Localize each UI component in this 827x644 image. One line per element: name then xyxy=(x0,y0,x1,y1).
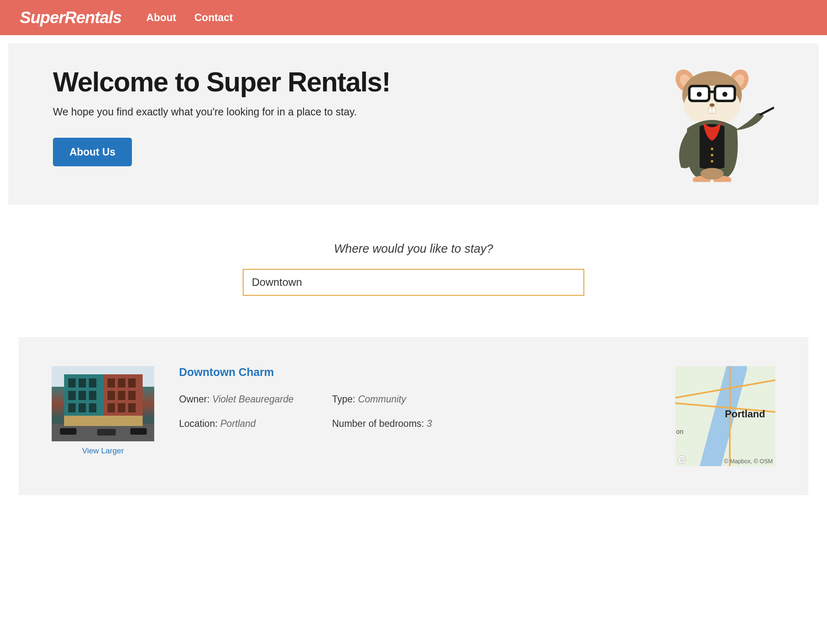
navbar: SuperRentals About Contact xyxy=(0,0,827,35)
svg-rect-33 xyxy=(89,403,96,412)
mascot-icon xyxy=(658,66,774,182)
search-input[interactable] xyxy=(243,269,584,296)
svg-rect-42 xyxy=(128,403,136,412)
detail-owner: Owner: Violet Beauregarde xyxy=(179,394,332,405)
listing-map[interactable]: Portland on ⓘ © Mapbox, © OSM xyxy=(675,366,775,466)
svg-rect-26 xyxy=(79,378,86,388)
listing-title[interactable]: Downtown Charm xyxy=(179,366,650,379)
svg-point-10 xyxy=(722,92,727,97)
svg-rect-45 xyxy=(97,429,116,436)
svg-line-17 xyxy=(760,108,774,115)
bedrooms-value: 3 xyxy=(427,418,432,429)
map-attribution: © Mapbox, © OSM xyxy=(724,458,773,464)
svg-rect-37 xyxy=(108,391,115,400)
svg-rect-40 xyxy=(108,403,115,412)
type-label: Type: xyxy=(332,394,355,405)
listing-card: View Larger Downtown Charm Owner: Violet… xyxy=(19,337,808,495)
svg-point-20 xyxy=(700,168,724,180)
view-larger-link[interactable]: View Larger xyxy=(82,446,124,455)
svg-point-11 xyxy=(710,103,715,107)
svg-rect-36 xyxy=(128,378,136,388)
type-value: Community xyxy=(358,394,406,405)
svg-rect-30 xyxy=(89,391,96,400)
owner-label: Owner: xyxy=(179,394,210,405)
jumbo-content: Welcome to Super Rentals! We hope you fi… xyxy=(53,66,390,166)
svg-rect-28 xyxy=(68,391,76,400)
svg-point-9 xyxy=(697,92,702,97)
nav-links: About Contact xyxy=(146,12,233,24)
listing-details: Downtown Charm Owner: Violet Beauregarde… xyxy=(179,366,650,429)
svg-rect-25 xyxy=(68,378,76,388)
detail-bedrooms: Number of bedrooms: 3 xyxy=(332,418,650,429)
svg-rect-27 xyxy=(89,378,96,388)
svg-rect-13 xyxy=(712,108,715,113)
about-us-button[interactable]: About Us xyxy=(53,138,132,166)
svg-rect-31 xyxy=(68,403,76,412)
listing-image[interactable] xyxy=(52,366,154,441)
svg-rect-46 xyxy=(130,428,147,435)
nav-link-contact[interactable]: Contact xyxy=(194,12,233,24)
jumbo-section: Welcome to Super Rentals! We hope you fi… xyxy=(8,43,819,205)
search-prompt: Where would you like to stay? xyxy=(0,242,827,256)
svg-rect-39 xyxy=(128,391,136,400)
svg-rect-34 xyxy=(108,378,115,388)
svg-rect-32 xyxy=(79,403,86,412)
location-value: Portland xyxy=(220,418,256,429)
map-info-icon[interactable]: ⓘ xyxy=(678,455,686,464)
svg-rect-44 xyxy=(60,428,76,435)
svg-point-15 xyxy=(711,154,713,156)
listing-image-wrap: View Larger xyxy=(52,366,154,455)
owner-value: Violet Beauregarde xyxy=(213,394,294,405)
location-label: Location: xyxy=(179,418,218,429)
svg-rect-38 xyxy=(118,391,125,400)
svg-point-16 xyxy=(711,160,713,163)
logo[interactable]: SuperRentals xyxy=(20,8,122,27)
map-secondary-label: on xyxy=(676,428,684,436)
detail-location: Location: Portland xyxy=(179,418,332,429)
listing-grid: Owner: Violet Beauregarde Type: Communit… xyxy=(179,394,650,429)
bedrooms-label: Number of bedrooms: xyxy=(332,418,424,429)
svg-rect-12 xyxy=(709,108,712,113)
svg-point-14 xyxy=(711,148,713,150)
map-city-label: Portland xyxy=(725,408,765,420)
nav-link-about[interactable]: About xyxy=(146,12,176,24)
detail-type: Type: Community xyxy=(332,394,650,405)
svg-rect-29 xyxy=(79,391,86,400)
search-section: Where would you like to stay? xyxy=(0,213,827,321)
page-heading: Welcome to Super Rentals! xyxy=(53,66,390,98)
svg-rect-43 xyxy=(64,416,143,426)
page-tagline: We hope you find exactly what you're loo… xyxy=(53,106,390,118)
svg-rect-41 xyxy=(118,403,125,412)
svg-rect-35 xyxy=(118,378,125,388)
